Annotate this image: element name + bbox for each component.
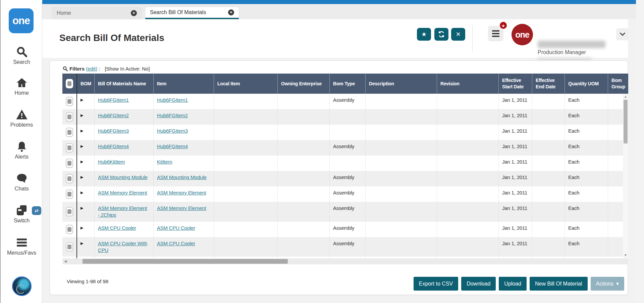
scroll-down-icon[interactable]: ▼ bbox=[623, 253, 628, 258]
column-header[interactable]: Bom Group bbox=[608, 74, 628, 94]
item-link[interactable]: Hub6FGItem1 bbox=[157, 97, 188, 103]
download-button[interactable]: Download bbox=[461, 277, 496, 291]
uom-value: Each bbox=[568, 97, 579, 103]
sidebar-item-home[interactable]: Home bbox=[1, 77, 43, 96]
name-link[interactable]: ASM CPU Cooler With CPU bbox=[98, 240, 150, 254]
row-checkbox[interactable] bbox=[66, 128, 73, 137]
sidebar-item-label: Home bbox=[14, 90, 29, 96]
name-link[interactable]: ASM Memory Element bbox=[98, 189, 147, 196]
column-header[interactable]: Bill Of Materials Name bbox=[95, 74, 154, 94]
expand-row-icon[interactable]: ▶ bbox=[80, 97, 83, 102]
column-header[interactable]: Owning Enterprise bbox=[278, 74, 330, 94]
cell-description bbox=[366, 140, 437, 156]
tab-close-icon[interactable]: ✕ bbox=[131, 10, 137, 16]
row-checkbox[interactable] bbox=[66, 112, 73, 122]
expand-row-icon[interactable]: ▶ bbox=[80, 144, 83, 149]
column-header[interactable]: Effective Start Date bbox=[499, 74, 532, 94]
expand-row-icon[interactable]: ▶ bbox=[80, 190, 83, 195]
item-link[interactable]: ASM Mounting Module bbox=[157, 174, 207, 181]
expand-row-icon[interactable]: ▶ bbox=[80, 159, 83, 164]
swap-arrows-icon[interactable]: ⇄ bbox=[32, 206, 41, 215]
name-link[interactable]: Hub6FGItem2 bbox=[98, 112, 129, 119]
vertical-scroll-thumb[interactable] bbox=[624, 100, 628, 143]
user-avatar[interactable] bbox=[12, 276, 32, 296]
row-checkbox[interactable] bbox=[66, 97, 73, 106]
export-to-csv-button[interactable]: Export to CSV bbox=[414, 277, 458, 291]
tab-search-bill-of-materials[interactable]: Search Bill Of Materials ✕ bbox=[145, 7, 239, 19]
row-checkbox[interactable] bbox=[66, 159, 73, 168]
name-link[interactable]: ASM CPU Cooler bbox=[98, 225, 136, 231]
sidebar-item-chats[interactable]: Chats bbox=[1, 172, 43, 192]
name-link[interactable]: Hub6FGItem3 bbox=[98, 128, 129, 134]
row-checkbox[interactable] bbox=[66, 189, 73, 199]
item-link[interactable]: Hub6FGItem4 bbox=[157, 143, 188, 150]
new-bill-of-material-button[interactable]: New Bill Of Material bbox=[530, 277, 587, 291]
horizontal-scrollbar[interactable]: ◀ bbox=[62, 258, 628, 264]
select-all-header[interactable] bbox=[62, 74, 77, 94]
name-link[interactable]: Hub6KitItem bbox=[98, 159, 125, 165]
scroll-up-icon[interactable]: ▲ bbox=[623, 94, 628, 99]
cell-localitem bbox=[214, 202, 278, 222]
column-header[interactable]: Description bbox=[366, 74, 437, 94]
vertical-scrollbar[interactable]: ▲ ▼ bbox=[623, 94, 628, 258]
cell-description bbox=[366, 156, 437, 171]
sidebar-item-menus-favs[interactable]: Menus/Favs bbox=[1, 236, 43, 256]
item-link[interactable]: ASM Memory Element bbox=[157, 205, 206, 212]
scroll-left-icon[interactable]: ◀ bbox=[63, 258, 68, 264]
item-link[interactable]: KitItem bbox=[157, 159, 172, 165]
expand-row-icon[interactable]: ▶ bbox=[80, 225, 83, 230]
column-header[interactable]: BOM bbox=[77, 74, 95, 94]
cell-bomgroup bbox=[608, 202, 623, 222]
column-header[interactable]: Quantity UOM bbox=[565, 74, 608, 94]
row-checkbox[interactable] bbox=[66, 207, 73, 216]
sidebar-item-switch[interactable]: Switch ⇄ bbox=[1, 204, 43, 224]
row-checkbox[interactable] bbox=[66, 242, 73, 252]
column-header[interactable]: Effective End Date bbox=[532, 74, 565, 94]
item-link[interactable]: Hub6FGItem2 bbox=[157, 112, 188, 119]
expand-row-icon[interactable]: ▶ bbox=[80, 175, 83, 180]
table-row: ▶Hub6FGItem1Hub6FGItem1AssemblyJan 1, 20… bbox=[62, 94, 623, 109]
expand-row-icon[interactable]: ▶ bbox=[80, 206, 83, 211]
expand-row-icon[interactable]: ▶ bbox=[80, 113, 83, 118]
filters-edit-link[interactable]: (edit) bbox=[86, 66, 97, 72]
cell-cb bbox=[62, 237, 77, 257]
column-header[interactable]: Local Item bbox=[214, 74, 278, 94]
results-card: Filters (edit) : [Show In Active: No] BO… bbox=[50, 60, 628, 295]
user-menu-button[interactable] bbox=[616, 28, 629, 40]
cell-owningenterprise bbox=[278, 222, 330, 237]
item-link[interactable]: ASM CPU Cooler bbox=[157, 240, 195, 247]
expand-row-icon[interactable]: ▶ bbox=[80, 128, 83, 133]
one-logo[interactable]: one bbox=[9, 8, 34, 33]
sidebar-item-alerts[interactable]: Alerts bbox=[1, 140, 43, 160]
column-header[interactable]: Revision bbox=[437, 74, 499, 94]
favorite-button[interactable]: ★ bbox=[417, 28, 431, 41]
select-all-checkbox[interactable] bbox=[66, 79, 73, 88]
cell-owningenterprise bbox=[278, 140, 330, 156]
cell-cb bbox=[62, 94, 77, 109]
name-link[interactable]: ASM Mounting Module bbox=[98, 174, 148, 181]
name-link[interactable]: Hub6FGItem4 bbox=[98, 143, 129, 150]
actions-dropdown-button[interactable]: Actions ▾ bbox=[591, 277, 625, 291]
item-link[interactable]: ASM CPU Cooler bbox=[157, 225, 195, 231]
item-link[interactable]: ASM Memory Element bbox=[157, 189, 206, 196]
column-header[interactable]: Bom Type bbox=[330, 74, 366, 94]
sidebar-item-search[interactable]: Search bbox=[1, 46, 43, 65]
tab-close-icon[interactable]: ✕ bbox=[228, 9, 234, 15]
cell-revision bbox=[437, 237, 499, 257]
name-link[interactable]: ASM Memory Element - 2Chips bbox=[98, 205, 150, 219]
row-checkbox[interactable] bbox=[66, 143, 73, 153]
upload-button[interactable]: Upload bbox=[499, 277, 527, 291]
expand-row-icon[interactable]: ▶ bbox=[80, 241, 83, 246]
sidebar-item-problems[interactable]: Problems bbox=[1, 109, 43, 128]
cell-end bbox=[532, 156, 565, 171]
row-checkbox[interactable] bbox=[66, 225, 73, 234]
name-link[interactable]: Hub6FGItem1 bbox=[98, 97, 129, 103]
horizontal-scroll-thumb[interactable] bbox=[83, 259, 288, 264]
close-screen-button[interactable]: ✕ bbox=[451, 28, 465, 41]
item-link[interactable]: Hub6FGItem3 bbox=[157, 128, 188, 134]
row-checkbox[interactable] bbox=[66, 174, 73, 183]
cell-uom: Each bbox=[565, 140, 608, 156]
column-header[interactable]: Item bbox=[154, 74, 214, 94]
tab-home[interactable]: Home ✕ bbox=[52, 7, 142, 19]
refresh-button[interactable] bbox=[434, 28, 448, 41]
